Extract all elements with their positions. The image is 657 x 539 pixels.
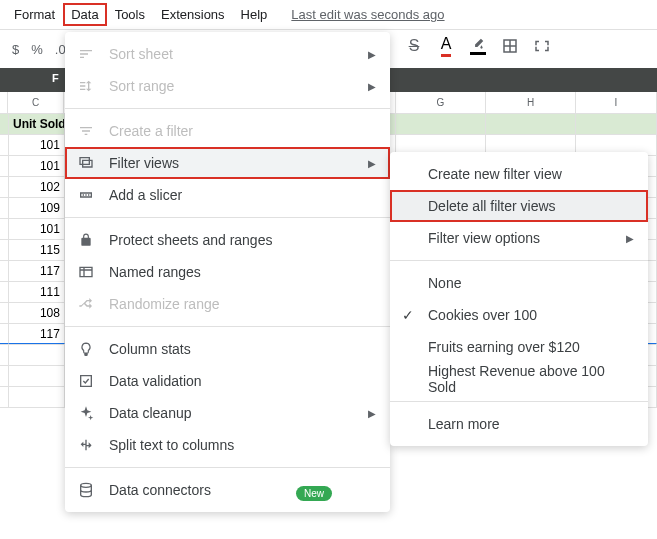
menu-separator bbox=[65, 108, 390, 109]
menu-sort-sheet[interactable]: Sort sheet ▶ bbox=[65, 38, 390, 70]
menu-label: Data validation bbox=[109, 373, 202, 389]
submenu-options[interactable]: Filter view options▶ bbox=[390, 222, 648, 254]
menu-data[interactable]: Data bbox=[63, 3, 106, 26]
submenu-label: Filter view options bbox=[428, 230, 540, 246]
col-gutter bbox=[0, 92, 8, 113]
menu-format[interactable]: Format bbox=[6, 3, 63, 26]
new-badge: New bbox=[296, 486, 332, 501]
menu-help[interactable]: Help bbox=[233, 3, 276, 26]
menu-create-filter[interactable]: Create a filter bbox=[65, 115, 390, 147]
menu-label: Filter views bbox=[109, 155, 179, 171]
menu-data-cleanup[interactable]: Data cleanup ▶ bbox=[65, 397, 390, 429]
sort-sheet-icon bbox=[77, 46, 95, 62]
menu-separator bbox=[65, 326, 390, 327]
menu-separator bbox=[65, 217, 390, 218]
chevron-right-icon: ▶ bbox=[368, 158, 376, 169]
cell-value[interactable]: 117 bbox=[9, 261, 65, 281]
menu-data-validation[interactable]: Data validation bbox=[65, 365, 390, 397]
merge-cells-icon[interactable] bbox=[528, 32, 556, 60]
chevron-right-icon: ▶ bbox=[626, 233, 634, 244]
menubar: Format Data Tools Extensions Help Last e… bbox=[0, 0, 657, 30]
submenu-label: None bbox=[428, 275, 461, 291]
submenu-cookies[interactable]: ✓Cookies over 100 bbox=[390, 299, 648, 331]
tb-currency[interactable]: $ bbox=[6, 36, 25, 63]
submenu-label: Delete all filter views bbox=[428, 198, 556, 214]
menu-tools[interactable]: Tools bbox=[107, 3, 153, 26]
cleanup-icon bbox=[77, 405, 95, 421]
submenu-learn-more[interactable]: Learn more bbox=[390, 408, 648, 440]
menu-label: Column stats bbox=[109, 341, 191, 357]
cell-value[interactable]: 111 bbox=[9, 282, 65, 302]
filter-views-submenu: Create new filter view Delete all filter… bbox=[390, 152, 648, 446]
menu-label: Create a filter bbox=[109, 123, 193, 139]
database-icon bbox=[77, 482, 95, 498]
cell-value[interactable]: 101 bbox=[9, 219, 65, 239]
menu-label: Split text to columns bbox=[109, 437, 234, 453]
cell-value[interactable]: 117 bbox=[9, 324, 65, 344]
submenu-highest[interactable]: Highest Revenue above 100 Sold bbox=[390, 363, 648, 395]
text-color-icon[interactable]: A bbox=[432, 32, 460, 60]
submenu-label: Highest Revenue above 100 Sold bbox=[428, 363, 632, 395]
toolbar-right: S A bbox=[400, 32, 560, 60]
menu-separator bbox=[390, 401, 648, 402]
menu-column-stats[interactable]: Column stats bbox=[65, 333, 390, 365]
menu-separator bbox=[65, 467, 390, 468]
shuffle-icon bbox=[77, 296, 95, 312]
tb-percent[interactable]: % bbox=[25, 36, 49, 63]
submenu-create-new[interactable]: Create new filter view bbox=[390, 158, 648, 190]
menu-label: Add a slicer bbox=[109, 187, 182, 203]
cell-value[interactable]: 115 bbox=[9, 240, 65, 260]
col-h[interactable]: H bbox=[486, 92, 576, 113]
submenu-fruits[interactable]: Fruits earning over $120 bbox=[390, 331, 648, 363]
lock-icon bbox=[77, 232, 95, 248]
data-menu-dropdown: Sort sheet ▶ Sort range ▶ Create a filte… bbox=[65, 32, 390, 512]
menu-protect[interactable]: Protect sheets and ranges bbox=[65, 224, 390, 256]
borders-icon[interactable] bbox=[496, 32, 524, 60]
fill-color-icon[interactable] bbox=[464, 32, 492, 60]
menu-label: Data cleanup bbox=[109, 405, 192, 421]
menu-label: Sort range bbox=[109, 78, 174, 94]
strikethrough-icon[interactable]: S bbox=[400, 32, 428, 60]
filter-icon bbox=[77, 123, 95, 139]
slicer-icon bbox=[77, 187, 95, 203]
cell-value[interactable]: 101 bbox=[9, 156, 65, 176]
cell-value[interactable]: 108 bbox=[9, 303, 65, 323]
split-icon bbox=[77, 437, 95, 453]
check-circle-icon bbox=[77, 373, 95, 389]
lightbulb-icon bbox=[77, 341, 95, 357]
hdr-unit-sold: Unit Sold bbox=[9, 114, 65, 134]
menu-separator bbox=[390, 260, 648, 261]
menu-label: Protect sheets and ranges bbox=[109, 232, 272, 248]
cell-value[interactable]: 101 bbox=[9, 135, 65, 155]
menu-named-ranges[interactable]: Named ranges bbox=[65, 256, 390, 288]
menu-filter-views[interactable]: Filter views ▶ bbox=[65, 147, 390, 179]
chevron-right-icon: ▶ bbox=[368, 81, 376, 92]
menu-split-text[interactable]: Split text to columns bbox=[65, 429, 390, 461]
cell-value[interactable]: 109 bbox=[9, 198, 65, 218]
chevron-right-icon: ▶ bbox=[368, 49, 376, 60]
chevron-right-icon: ▶ bbox=[368, 408, 376, 419]
menu-data-connectors[interactable]: Data connectors bbox=[65, 474, 390, 506]
submenu-label: Create new filter view bbox=[428, 166, 562, 182]
submenu-label: Cookies over 100 bbox=[428, 307, 537, 323]
svg-point-0 bbox=[81, 483, 92, 487]
col-c[interactable]: C bbox=[8, 92, 64, 113]
menu-add-slicer[interactable]: Add a slicer bbox=[65, 179, 390, 211]
menu-randomize[interactable]: Randomize range bbox=[65, 288, 390, 320]
cell-value[interactable]: 102 bbox=[9, 177, 65, 197]
submenu-none[interactable]: None bbox=[390, 267, 648, 299]
submenu-delete-all[interactable]: Delete all filter views bbox=[390, 190, 648, 222]
submenu-label: Fruits earning over $120 bbox=[428, 339, 580, 355]
menu-label: Data connectors bbox=[109, 482, 211, 498]
check-icon: ✓ bbox=[402, 307, 414, 323]
menu-label: Randomize range bbox=[109, 296, 220, 312]
named-ranges-icon bbox=[77, 264, 95, 280]
filter-views-icon bbox=[77, 155, 95, 171]
last-edit-link[interactable]: Last edit was seconds ago bbox=[291, 7, 444, 22]
menu-extensions[interactable]: Extensions bbox=[153, 3, 233, 26]
col-g[interactable]: G bbox=[396, 92, 486, 113]
menu-sort-range[interactable]: Sort range ▶ bbox=[65, 70, 390, 102]
submenu-label: Learn more bbox=[428, 416, 500, 432]
menu-label: Sort sheet bbox=[109, 46, 173, 62]
col-i[interactable]: I bbox=[576, 92, 657, 113]
